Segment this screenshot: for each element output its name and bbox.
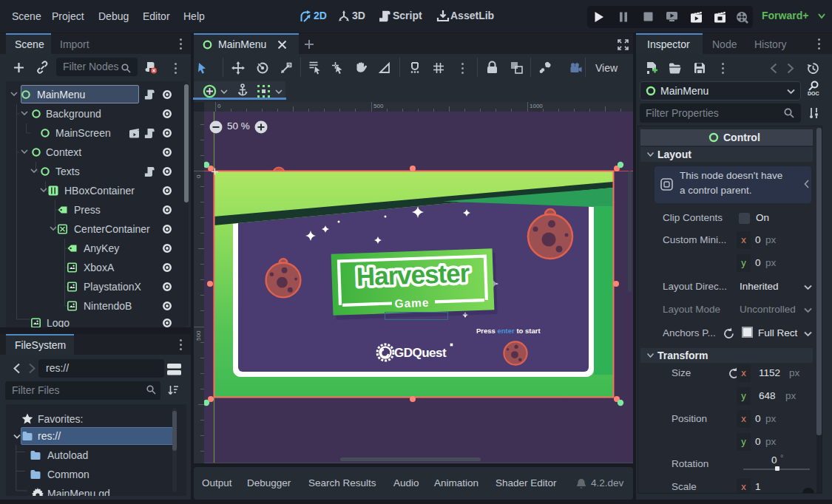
svg-text:500: 500 xyxy=(195,330,202,341)
svg-text:0: 0 xyxy=(217,103,221,109)
svg-text:500: 500 xyxy=(373,103,384,109)
svg-text:1000: 1000 xyxy=(530,103,543,109)
svg-text:DOC: DOC xyxy=(808,91,819,96)
svg-text:0: 0 xyxy=(195,174,202,178)
